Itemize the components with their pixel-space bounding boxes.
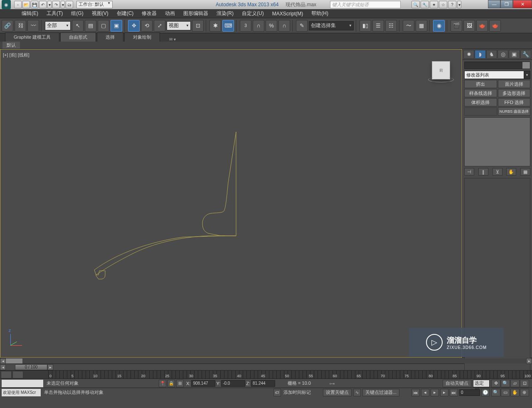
menu-edit[interactable]: 编辑(E) [18, 9, 42, 18]
unique-icon[interactable]: ⊻ [493, 168, 502, 176]
menu-tools[interactable]: 工具(T) [43, 9, 66, 18]
object-color-swatch[interactable] [522, 62, 530, 69]
remove-mod-icon[interactable]: ✋ [506, 168, 516, 176]
edit-named-sel-icon[interactable]: ✎ [296, 20, 308, 32]
nav-zoom2-icon[interactable]: 🔍 [491, 389, 500, 396]
btn-nurbs-select[interactable]: NURBS 曲面选择 [498, 107, 531, 116]
btn-extrude[interactable]: 挤出 [464, 80, 497, 88]
tab-graphite[interactable]: Graphite 建模工具 [5, 32, 59, 42]
key-filters-button[interactable]: 关键点过滤器... [362, 389, 399, 396]
key-mode-icon[interactable]: ∿ [353, 389, 361, 396]
next-frame-icon[interactable]: ▸ [440, 389, 448, 396]
spinner-snap-icon[interactable]: ∩ [278, 20, 290, 32]
ref-coord-dropdown[interactable]: 视图 [167, 21, 191, 30]
menu-graph[interactable]: 图形编辑器 [180, 9, 212, 18]
search-input[interactable]: 键入关键字或短语 [330, 1, 401, 8]
btn-poly-select[interactable]: 多边形选择 [498, 89, 531, 97]
y-field[interactable]: -0.0 [221, 380, 245, 387]
select-icon[interactable]: ↖ [72, 20, 84, 32]
minimize-button[interactable]: — [488, 0, 500, 8]
menu-create[interactable]: 创建(C) [113, 9, 137, 18]
tab-paint[interactable]: 对象绘制 [124, 32, 160, 42]
selection-filter-dropdown[interactable]: 全部 [45, 21, 71, 30]
tab-create-icon[interactable]: ✸ [463, 50, 474, 59]
undo-icon[interactable]: ↶ [39, 1, 47, 8]
link-icon[interactable]: 🔗 [2, 20, 13, 32]
align-icon[interactable]: ☰ [372, 20, 384, 32]
material-editor-icon[interactable]: ◉ [433, 20, 445, 32]
menu-animation[interactable]: 动画 [162, 9, 178, 18]
move-icon[interactable]: ✥ [128, 20, 140, 32]
exchange-icon[interactable]: ✦ [430, 1, 438, 8]
object-name-field[interactable] [464, 62, 530, 69]
viewcube[interactable]: 前 [432, 61, 450, 79]
nav-region-icon[interactable]: ▭ [501, 389, 510, 396]
nav-pan-icon[interactable]: ✥ [491, 380, 500, 387]
help-icon[interactable]: ? [448, 1, 456, 8]
favorites-icon[interactable]: ☆ [439, 1, 447, 8]
menu-maxscript[interactable]: MAXScript(M) [269, 10, 307, 17]
trackbar-toggle-1[interactable] [1, 371, 12, 378]
project-icon[interactable]: 🗂 [66, 1, 73, 8]
subscription-icon[interactable]: 🔧 [421, 1, 429, 8]
viewport-hscroll[interactable]: ◂ ▸ [0, 358, 532, 363]
select-region-icon[interactable]: ▢ [98, 20, 109, 32]
scroll-left-icon[interactable]: ◂ [0, 358, 6, 364]
render-frame-icon[interactable]: 🖼 [463, 20, 475, 32]
btn-ffd-select[interactable]: FFD 选择 [498, 98, 531, 106]
render-icon[interactable]: 🫖 [476, 20, 488, 32]
percent-snap-icon[interactable]: % [266, 20, 277, 32]
time-tag-icon[interactable]: 🏷 [273, 389, 281, 396]
abs-transform-icon[interactable]: ⊞ [176, 380, 184, 387]
snap-toggle-icon[interactable]: 3 [240, 20, 251, 32]
btn-vol-select[interactable]: 体积选择 [464, 98, 497, 106]
lock-selection-icon[interactable]: 📍 [159, 380, 166, 387]
undo-dd-icon[interactable]: ▾ [47, 1, 52, 8]
new-icon[interactable]: ▫ [14, 1, 22, 8]
play-icon[interactable]: ▸ [431, 389, 439, 396]
named-selection-dropdown[interactable]: 创建选择集 [309, 21, 354, 30]
redo-icon[interactable]: ↷ [52, 1, 60, 8]
tab-display-icon[interactable]: ▣ [509, 50, 520, 59]
tab-hierarchy-icon[interactable]: ♞ [486, 50, 497, 59]
ribbon-minimize-icon[interactable]: ✉ ▾ [169, 37, 176, 42]
selection-lock-icon[interactable]: 🔒 [167, 380, 175, 387]
pin-stack-icon[interactable]: ⊣ [464, 168, 474, 176]
select-name-icon[interactable]: ▤ [85, 20, 96, 32]
bind-icon[interactable]: 〰 [27, 20, 39, 32]
mirror-icon[interactable]: ▮▯ [360, 20, 371, 32]
help-dd-icon[interactable]: ▾ [457, 1, 461, 8]
open-icon[interactable]: 📂 [22, 1, 30, 8]
ruler-ticks[interactable]: 0510152025303540455055606570758085909510… [48, 371, 532, 378]
nav-pan2-icon[interactable]: ✋ [510, 389, 520, 396]
save-icon[interactable]: 💾 [31, 1, 38, 8]
menu-help[interactable]: 帮助(H) [308, 9, 332, 18]
trackbar-toggle-2[interactable] [12, 371, 23, 378]
add-time-marker[interactable]: 添加时间标记 [283, 389, 311, 396]
render-setup-icon[interactable]: 🎬 [451, 20, 462, 32]
x-field[interactable]: 908.147 [191, 380, 215, 387]
modifier-stack[interactable] [464, 117, 530, 166]
layers-icon[interactable]: ☷ [385, 20, 397, 32]
menu-group[interactable]: 组(G) [68, 9, 86, 18]
modifier-list-dropdown[interactable]: 修改器列表 [464, 71, 530, 79]
viewport-label[interactable]: [+] [前] [线框] [3, 52, 30, 58]
tab-select[interactable]: 选择 [97, 32, 123, 42]
selected-dropdown[interactable]: 选定对 [473, 380, 490, 387]
current-frame-field[interactable]: 0 [459, 389, 480, 396]
menu-custom[interactable]: 自定义(U) [239, 9, 267, 18]
scroll-right-icon[interactable]: ▸ [526, 358, 532, 364]
viewport[interactable]: [+] [前] [线框] 前 z [0, 49, 462, 358]
prev-frame-icon[interactable]: ◂ [421, 389, 429, 396]
nav-zoom-icon[interactable]: 🔍 [501, 380, 510, 387]
script-mini-listener-pink[interactable] [2, 380, 43, 387]
setkey-button[interactable]: 设置关键点 [323, 389, 352, 396]
window-crossing-icon[interactable]: ▣ [111, 20, 122, 32]
angle-snap-icon[interactable]: ∩ [253, 20, 264, 32]
z-field[interactable]: 81.244 [251, 380, 275, 387]
menu-views[interactable]: 视图(V) [89, 9, 112, 18]
frame-next-icon[interactable]: ▸ [47, 364, 53, 370]
unlink-icon[interactable]: ⛓ [15, 20, 26, 32]
tab-utilities-icon[interactable]: 🔧 [520, 50, 531, 59]
curve-editor-icon[interactable]: 〜 [403, 20, 414, 32]
